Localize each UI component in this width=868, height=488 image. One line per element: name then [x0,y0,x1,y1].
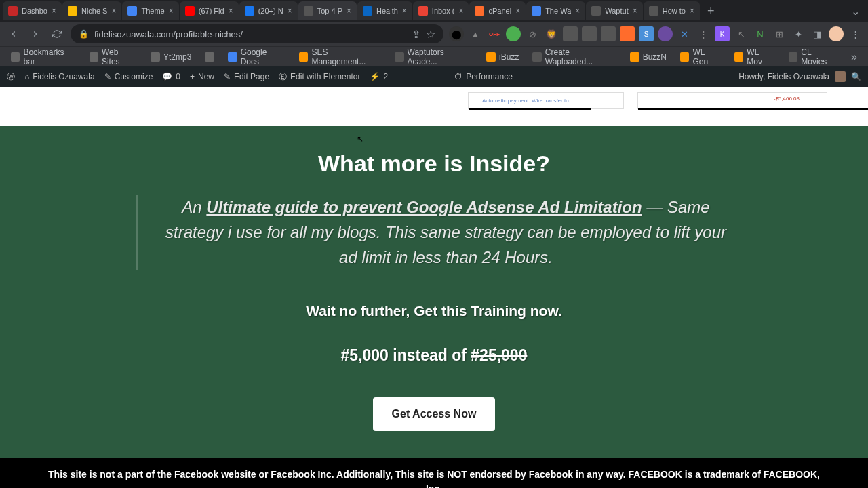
browser-tab[interactable]: Top 4 P× [298,1,357,20]
bookmark-favicon [789,52,797,62]
address-bar[interactable]: 🔒 fidelisozuawala.com/profitable-niches/… [71,24,443,43]
wp-site-name[interactable]: ⌂Fidelis Ozuawala [24,72,95,81]
bookmark-item[interactable]: CL Movies [783,45,843,68]
browser-tab[interactable]: cPanel× [469,1,526,20]
wp-search-icon[interactable]: 🔍 [851,72,861,81]
bookmark-favicon [205,52,214,62]
bookmark-label: WL Mov [747,47,775,66]
browser-tab[interactable]: Waptut× [586,1,642,20]
wp-cache[interactable]: ⚡2 [370,72,388,81]
tab-title: cPanel [488,7,511,15]
ext-icon-12[interactable] [658,26,673,41]
extensions-icon[interactable]: ✦ [791,26,806,41]
bookmark-item[interactable]: SES Management... [294,45,387,68]
bookmark-item[interactable]: Google Docs [222,45,291,68]
ext-icon-9[interactable] [601,26,616,41]
tab-favicon [8,6,18,16]
browser-tab[interactable]: How to× [644,1,700,20]
browser-tab[interactable]: Niche S× [62,1,122,20]
wp-logo[interactable]: ⓦ [7,71,15,83]
tab-close-icon[interactable]: × [690,6,694,16]
wp-comments[interactable]: 💬0 [162,72,180,81]
tab-close-icon[interactable]: × [515,6,520,16]
wp-avatar[interactable] [835,71,846,82]
bookmark-favicon [395,52,403,62]
ext-icon-off[interactable]: OFF [487,26,502,41]
ext-icon-11[interactable]: S [639,26,654,41]
ext-icon-2[interactable]: ▲ [468,26,483,41]
bookmark-overflow-icon[interactable]: » [846,51,863,63]
browser-tab[interactable]: Inbox (× [413,1,469,20]
tab-close-icon[interactable]: × [347,6,351,16]
ext-icon-15[interactable]: K [715,26,730,41]
tab-close-icon[interactable]: × [229,6,233,16]
tab-close-icon[interactable]: × [402,6,407,16]
tab-close-icon[interactable]: × [111,6,116,16]
bookmark-item[interactable]: WL Gen [675,45,726,68]
tab-favicon [68,6,77,16]
ext-icon-10[interactable] [620,26,635,41]
tab-close-icon[interactable]: × [169,6,174,16]
bookmark-item[interactable]: Bookmarks bar [5,45,81,68]
wp-edit-page[interactable]: ✎Edit Page [224,72,269,81]
ext-icon-8[interactable] [582,26,597,41]
wp-howdy-text[interactable]: Howdy, Fidelis Ozuawala [738,72,829,81]
sidepanel-icon[interactable]: ◨ [810,26,825,41]
bookmark-item[interactable]: BuzzN [625,50,672,64]
browser-tab[interactable]: (67) Fid× [180,1,239,20]
footer-disclaimer: This site is not a part of the Facebook … [0,458,868,488]
tab-close-icon[interactable]: × [458,6,463,16]
ext-icon-4[interactable] [506,26,521,41]
wp-new[interactable]: +New [190,72,214,81]
description-link[interactable]: Ultimate guide to prevent Google Adsense… [206,198,642,216]
ext-icon-16[interactable]: ↖ [734,26,749,41]
tab-close-icon[interactable]: × [52,6,56,16]
wp-search-field[interactable] [397,77,445,77]
bookmark-item[interactable]: WL Mov [729,45,781,68]
ext-icon-17[interactable]: N [753,26,768,41]
tab-close-icon[interactable]: × [633,6,637,16]
ext-icon-13[interactable]: ✕ [677,26,692,41]
tab-close-icon[interactable]: × [575,6,580,16]
ext-icon-18[interactable]: ⊞ [772,26,787,41]
tab-title: (20+) N [258,7,283,15]
browser-tab[interactable]: Health× [357,1,412,20]
bookmark-item[interactable]: Yt2mp3 [145,50,197,64]
wp-elementor[interactable]: ⒺEdit with Elementor [279,71,360,83]
back-button[interactable] [5,26,22,42]
bookmark-favicon [630,52,639,62]
ext-icon-1[interactable]: ⬤ [449,26,464,41]
forward-button[interactable] [27,26,43,42]
bookmark-item[interactable]: iBuzz [481,50,524,64]
profile-avatar[interactable] [829,26,844,41]
section-heading: What more is Inside? [41,150,827,177]
ext-icon-5[interactable]: ⊘ [525,26,540,41]
ext-icon-6[interactable]: 🦁 [544,26,559,41]
ext-icon-14[interactable]: ⋮ [696,26,711,41]
bookmark-label: Bookmarks bar [23,47,75,66]
bookmark-item[interactable]: Waptutors Acade... [389,45,478,68]
bookmark-favicon [151,52,160,62]
gauge-icon: ⏱ [454,72,462,81]
browser-tab[interactable]: The Wa× [526,1,585,20]
tab-dropdown-icon[interactable]: ⌄ [846,5,865,18]
tab-title: Niche S [81,7,108,15]
tab-close-icon[interactable]: × [288,6,292,16]
wp-performance[interactable]: ⏱Performance [454,72,513,81]
browser-tab[interactable]: Dashbo× [3,1,62,20]
share-icon[interactable]: ⇪ [412,28,420,41]
browser-tab[interactable]: Theme× [122,1,178,20]
tab-title: Theme [141,7,164,15]
browser-tab[interactable]: (20+) N× [239,1,298,20]
bookmark-item[interactable]: Create Waploaded... [527,45,621,68]
ext-icon-7[interactable] [563,26,578,41]
menu-icon[interactable]: ⋮ [848,26,863,41]
star-icon[interactable]: ☆ [426,28,435,41]
bookmark-item[interactable]: Web Sites [84,45,142,68]
comment-icon: 💬 [162,72,172,81]
get-access-button[interactable]: Get Access Now [373,397,496,431]
wp-customize[interactable]: ✎Customize [104,72,153,81]
new-tab-button[interactable]: + [701,4,722,18]
reload-button[interactable] [49,26,65,42]
bookmark-item[interactable] [199,50,220,64]
